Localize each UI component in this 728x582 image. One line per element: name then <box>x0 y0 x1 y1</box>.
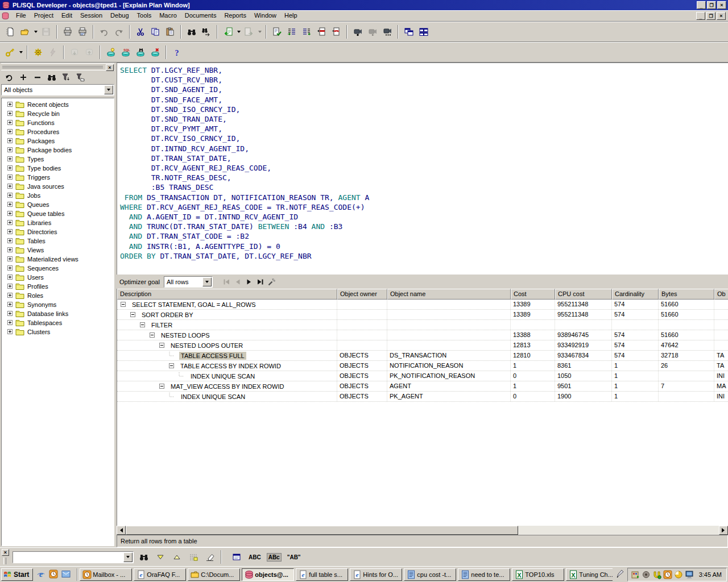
restore-button[interactable]: ❐ <box>707 1 716 9</box>
rollback-icon[interactable] <box>82 45 97 60</box>
column-header[interactable]: Object name <box>387 289 511 300</box>
expand-plus-icon[interactable] <box>7 147 13 153</box>
open-folder-icon[interactable] <box>18 24 32 39</box>
copy-icon[interactable] <box>148 24 163 39</box>
chevron-down-icon[interactable] <box>104 85 113 94</box>
expand-plus-icon[interactable] <box>7 274 13 281</box>
task-button[interactable]: e full table s... <box>296 568 348 581</box>
save-icon[interactable] <box>39 24 53 39</box>
tree-item[interactable]: Users <box>3 273 114 282</box>
db-lamp-icon[interactable] <box>104 45 118 60</box>
db-find-icon[interactable] <box>133 45 148 60</box>
menu-file[interactable]: File <box>12 10 30 21</box>
match-mode-2[interactable]: "AB" <box>287 554 301 560</box>
tree-item[interactable]: Sequences <box>3 264 114 273</box>
prev-up-icon[interactable] <box>171 551 183 563</box>
expand-plus-icon[interactable] <box>7 219 13 226</box>
print-icon[interactable] <box>60 24 75 39</box>
commit-icon[interactable] <box>67 45 82 60</box>
tree-item[interactable]: Profiles <box>3 282 114 291</box>
macro-play-icon[interactable] <box>365 24 380 39</box>
object-browser-grip[interactable]: × <box>1 63 114 70</box>
preferences-gear-icon[interactable] <box>31 45 46 60</box>
red-doc-grid-icon[interactable] <box>329 24 344 39</box>
browser-filter-select[interactable]: All objects <box>1 84 114 95</box>
task-button[interactable]: C:\Docum... <box>188 568 240 581</box>
match-mode-0[interactable]: ABC <box>249 554 261 560</box>
tray-speaker-icon[interactable] <box>642 570 651 579</box>
task-button[interactable]: X Tuning Ch... <box>566 568 612 581</box>
find-small-icon[interactable] <box>47 73 56 82</box>
find-input[interactable] <box>13 551 134 563</box>
tree-item[interactable]: Synonyms <box>3 300 114 309</box>
plan-row[interactable]: TABLE ACCESS FULLOBJECTSDS_TRANSACTION12… <box>117 351 728 361</box>
cascade-windows-icon[interactable] <box>402 24 416 39</box>
task-button[interactable]: Mailbox - ... <box>80 568 132 581</box>
mdi-restore-button[interactable]: ❐ <box>706 12 715 20</box>
outlook-icon[interactable] <box>61 569 72 580</box>
findbar-close-icon[interactable]: × <box>2 549 9 556</box>
help-icon[interactable]: ? <box>169 45 184 60</box>
tree-item[interactable]: Triggers <box>3 173 114 182</box>
previous-icon[interactable] <box>233 277 243 287</box>
menu-tools[interactable]: Tools <box>133 10 156 21</box>
menu-project[interactable]: Project <box>30 10 57 21</box>
collapse-minus-icon[interactable] <box>159 342 164 349</box>
tray-updater-icon[interactable] <box>631 570 640 579</box>
break-lightning-icon[interactable] <box>46 45 60 60</box>
expand-plus-icon[interactable] <box>7 256 13 263</box>
tree-item[interactable]: Package bodies <box>3 146 114 155</box>
expand-plus-icon[interactable] <box>7 310 13 317</box>
cut-icon[interactable] <box>133 24 148 39</box>
column-header[interactable]: Object owner <box>337 289 387 300</box>
window-forward-dropdown-icon[interactable] <box>257 24 263 39</box>
tray-monitor-icon[interactable] <box>685 570 694 579</box>
find-icon[interactable] <box>138 551 150 563</box>
expand-plus-icon[interactable] <box>7 101 13 108</box>
paste-icon[interactable] <box>163 24 177 39</box>
match-mode-1[interactable]: ABc <box>267 553 282 562</box>
findbar-grip[interactable] <box>3 558 6 564</box>
tree-item[interactable]: Recent objects <box>3 100 114 109</box>
collapse-minus-icon[interactable] <box>159 383 164 390</box>
expand-plus-icon[interactable] <box>7 319 13 326</box>
plan-row[interactable]: SORT ORDER BY1338995521134857451660 <box>117 310 728 320</box>
tree-item[interactable]: Type bodies <box>3 164 114 173</box>
tree-item[interactable]: Views <box>3 246 114 255</box>
settings-wrench-icon[interactable] <box>267 277 277 287</box>
plan-row[interactable]: TABLE ACCESS BY INDEX ROWIDOBJECTSNOTIFI… <box>117 361 728 371</box>
mdi-close-button[interactable]: × <box>717 12 726 20</box>
sql-editor[interactable]: SELECT DT.LGCY_REF_NBR, DT.CUST_RCV_NBR,… <box>117 63 728 275</box>
macro-library-icon[interactable] <box>380 24 395 39</box>
chevron-down-icon[interactable] <box>202 277 212 286</box>
tile-windows-icon[interactable] <box>416 24 431 39</box>
menu-help[interactable]: Help <box>280 10 301 21</box>
expand-plus-icon[interactable] <box>7 301 13 308</box>
expand-plus-icon[interactable] <box>7 156 13 163</box>
first-icon[interactable] <box>221 277 231 287</box>
tree-item[interactable]: Queue tables <box>3 209 114 218</box>
expand-plus-icon[interactable] <box>7 247 13 253</box>
start-button[interactable]: Start <box>1 568 33 581</box>
menu-session[interactable]: Session <box>76 10 106 21</box>
task-button[interactable]: X TOP10.xls <box>512 568 564 581</box>
tray-clock-icon[interactable] <box>663 570 672 579</box>
expand-plus-icon[interactable] <box>7 119 13 126</box>
close-button[interactable]: × <box>717 1 726 9</box>
plan-row[interactable]: FILTER <box>117 320 728 330</box>
connect-key-icon[interactable] <box>3 45 18 60</box>
expand-plus-icon[interactable] <box>7 128 13 135</box>
expand-plus-icon[interactable] <box>7 238 13 244</box>
mdi-minimize-button[interactable]: _ <box>696 12 705 20</box>
erase-icon[interactable] <box>204 551 216 563</box>
menu-macro[interactable]: Macro <box>155 10 181 21</box>
expand-plus-icon[interactable] <box>7 165 13 172</box>
plan-row[interactable]: SELECT STATEMENT, GOAL = ALL_ROWS1338995… <box>117 300 728 310</box>
minimize-button[interactable]: _ <box>697 1 706 9</box>
tree-item[interactable]: Jobs <box>3 191 114 200</box>
expand-plus-icon[interactable] <box>7 201 13 208</box>
plan-row[interactable]: MAT_VIEW ACCESS BY INDEX ROWIDOBJECTSAGE… <box>117 381 728 392</box>
tree-item[interactable]: Java sources <box>3 182 114 191</box>
redo-icon[interactable] <box>111 24 126 39</box>
indent-icon[interactable] <box>284 24 299 39</box>
